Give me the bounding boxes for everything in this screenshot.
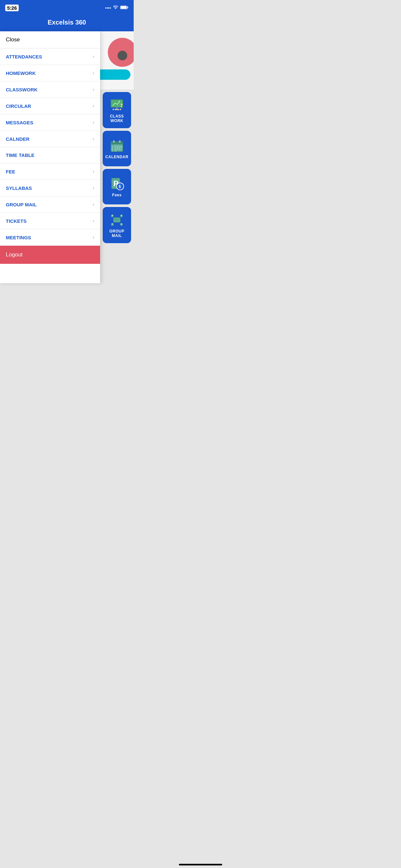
svg-point-26 [117, 146, 118, 147]
svg-text:$: $ [119, 184, 121, 189]
svg-rect-1 [127, 6, 128, 8]
sidebar-item-homework[interactable]: HOMEWORK› [0, 65, 100, 82]
sidebar-item-label-circular: CIRCULAR [6, 103, 31, 109]
cyan-bar [100, 69, 130, 80]
sidebar-item-timetable[interactable]: TIME TABLE [0, 147, 100, 163]
svg-point-12 [120, 109, 121, 111]
fees-label: Fees [112, 193, 121, 197]
sidebar-item-label-tickets: TICKETS [6, 218, 27, 224]
logout-label: Logout [6, 252, 23, 258]
svg-rect-14 [111, 142, 123, 144]
chevron-icon-classwork: › [93, 87, 94, 92]
sidebar-item-groupmail[interactable]: GROUP MAIL› [0, 196, 100, 213]
svg-point-33 [112, 151, 113, 151]
svg-point-46 [112, 223, 113, 224]
svg-rect-15 [113, 140, 115, 143]
status-icons: ▪▪▪▪ [105, 5, 128, 11]
sidebar-item-calnder[interactable]: CALNDER› [0, 131, 100, 147]
sidebar-item-meetings[interactable]: MEETINGS› [0, 229, 100, 246]
classwork-label: CLASS WORK [106, 114, 127, 123]
sidebar-item-label-attendances: ATTENDANCES [6, 54, 42, 59]
sidebar-item-label-fee: FEE [6, 169, 15, 175]
sidebar-item-label-calnder: CALNDER [6, 136, 29, 142]
layout: Close ATTENDANCES›HOMEWORK›CLASSWORK›CIR… [0, 31, 134, 283]
hero-decoration-dark [118, 51, 127, 60]
signal-icon: ▪▪▪▪ [105, 5, 111, 10]
chevron-icon-calnder: › [93, 136, 94, 142]
groupmail-label: GROUP MAIL [106, 229, 127, 238]
sidebar-item-messages[interactable]: MESSAGES› [0, 114, 100, 131]
svg-point-45 [121, 215, 122, 216]
battery-icon [120, 5, 128, 11]
chevron-icon-attendances: › [93, 54, 94, 59]
sidebar-item-circular[interactable]: CIRCULAR› [0, 98, 100, 114]
chevron-icon-tickets: › [93, 218, 94, 224]
grid-item-fees[interactable]: P $ Fees [103, 169, 131, 205]
grid-item-classwork[interactable]: CLASS WORK [103, 92, 131, 128]
sidebar-item-label-messages: MESSAGES [6, 120, 33, 125]
close-button[interactable]: Close [0, 31, 100, 49]
chevron-icon-messages: › [93, 120, 94, 125]
app-header: Excelsis 360 [0, 14, 134, 31]
svg-point-9 [113, 109, 114, 111]
svg-point-47 [121, 223, 122, 224]
sidebar-item-tickets[interactable]: TICKETS› [0, 213, 100, 229]
svg-point-31 [117, 149, 118, 150]
sidebar-item-label-syllabas: SYLLABAS [6, 185, 32, 191]
menu-list: ATTENDANCES›HOMEWORK›CLASSWORK›CIRCULAR›… [0, 49, 100, 246]
mail-icon [109, 212, 125, 229]
sidebar-item-label-classwork: CLASSWORK [6, 87, 37, 92]
sidebar-item-classwork[interactable]: CLASSWORK› [0, 82, 100, 98]
svg-point-28 [121, 146, 122, 147]
svg-rect-2 [121, 6, 127, 9]
svg-point-10 [115, 109, 117, 111]
sidebar-item-attendances[interactable]: ATTENDANCES› [0, 49, 100, 65]
chevron-icon-circular: › [93, 103, 94, 109]
chevron-icon-fee: › [93, 168, 94, 175]
svg-point-34 [115, 151, 116, 151]
wifi-icon [113, 5, 118, 10]
svg-point-29 [112, 149, 113, 150]
chevron-icon-homework: › [93, 70, 94, 76]
status-time: 5:26 [5, 4, 19, 11]
fees-icon: P $ [109, 176, 125, 193]
presentation-icon [109, 97, 125, 114]
svg-point-27 [120, 146, 120, 147]
svg-point-44 [112, 215, 113, 216]
main-content: CLASS WORK [100, 31, 134, 283]
sidebar-item-label-timetable: TIME TABLE [6, 152, 35, 158]
svg-point-6 [121, 103, 123, 105]
grid-area: CLASS WORK [100, 89, 134, 246]
svg-rect-3 [111, 99, 123, 107]
chevron-icon-syllabas: › [93, 185, 94, 191]
calendar-label: CALENDAR [105, 155, 128, 159]
sidebar-item-label-homework: HOMEWORK [6, 70, 36, 76]
svg-point-32 [120, 149, 120, 150]
svg-point-11 [117, 109, 119, 111]
sidebar-item-syllabas[interactable]: SYLLABAS› [0, 180, 100, 196]
grid-item-groupmail[interactable]: GROUP MAIL [103, 207, 131, 243]
svg-rect-16 [119, 140, 120, 143]
chevron-icon-meetings: › [93, 235, 94, 240]
sidebar-drawer: Close ATTENDANCES›HOMEWORK›CLASSWORK›CIR… [0, 31, 100, 283]
chevron-icon-groupmail: › [93, 202, 94, 207]
grid-item-calendar[interactable]: CALENDAR [103, 131, 131, 166]
status-bar: 5:26 ▪▪▪▪ [0, 0, 134, 14]
sidebar-item-fee[interactable]: FEE› [0, 163, 100, 180]
calendar-icon [109, 138, 125, 155]
svg-point-24 [112, 146, 113, 147]
logout-button[interactable]: Logout [0, 246, 100, 264]
svg-point-30 [115, 149, 116, 150]
hero-area [100, 31, 134, 89]
sidebar-item-label-meetings: MEETINGS [6, 235, 31, 240]
sidebar-item-label-groupmail: GROUP MAIL [6, 202, 37, 207]
app-title: Excelsis 360 [48, 19, 86, 26]
svg-point-25 [115, 146, 116, 147]
